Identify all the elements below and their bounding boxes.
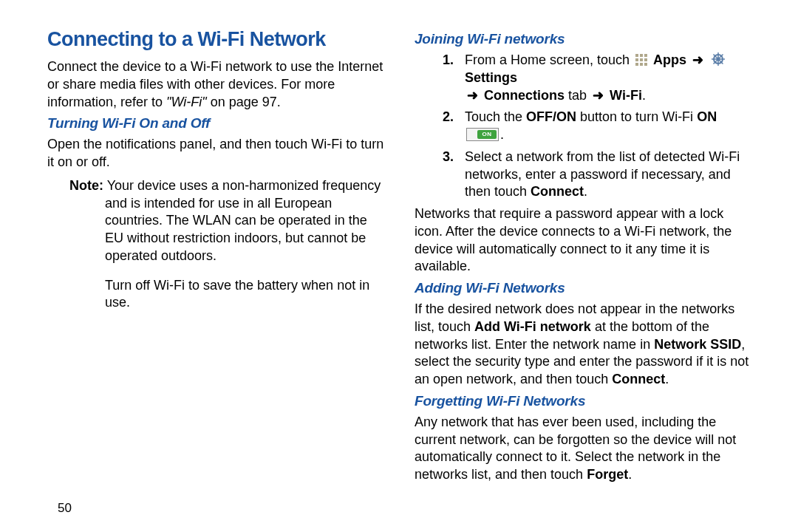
- subhead-adding: Adding Wi-Fi Networks: [415, 280, 754, 296]
- note-body: Your device uses a non-harmonized freque…: [105, 178, 381, 263]
- connect-label-2: Connect: [612, 372, 665, 386]
- svg-rect-7: [640, 63, 643, 66]
- step-2: 2. Touch the OFF/ON button to turn Wi-Fi…: [465, 109, 754, 144]
- connect-label: Connect: [531, 184, 584, 199]
- note-label: Note:: [69, 178, 103, 193]
- manual-page: Connecting to a Wi-Fi Network Connect th…: [0, 0, 798, 532]
- connections-tab-text: tab: [565, 88, 590, 103]
- intro-text-c: on page 97.: [207, 95, 281, 109]
- page-number: 50: [58, 501, 72, 516]
- intro-paragraph: Connect the device to a Wi-Fi network to…: [47, 58, 386, 111]
- turning-body: Open the notifications panel, and then t…: [47, 136, 386, 171]
- step-number: 3.: [443, 149, 463, 166]
- add-wifi-label: Add Wi-Fi network: [474, 319, 591, 334]
- forget-label: Forget: [587, 467, 628, 482]
- svg-rect-8: [644, 63, 647, 66]
- lock-icon-paragraph: Networks that require a password appear …: [415, 205, 754, 276]
- offon-label: OFF/ON: [526, 109, 576, 124]
- step-number: 2.: [443, 109, 463, 126]
- subhead-turning: Turning Wi-Fi On and Off: [47, 115, 386, 132]
- apps-label: Apps: [653, 52, 686, 67]
- intro-link-em: "Wi-Fi": [166, 95, 207, 109]
- svg-point-14: [717, 58, 720, 61]
- settings-icon: [711, 52, 726, 66]
- svg-rect-0: [635, 54, 638, 57]
- arrow-icon: ➜: [467, 88, 478, 103]
- svg-rect-2: [644, 54, 647, 57]
- step1-text-a: From a Home screen, touch: [465, 52, 633, 67]
- settings-label: Settings: [465, 70, 517, 85]
- svg-rect-6: [635, 63, 638, 66]
- adding-paragraph: If the desired network does not appear i…: [415, 301, 754, 389]
- apps-icon: [635, 53, 648, 66]
- step3-text-a: Select a network from the list of detect…: [465, 149, 740, 200]
- on-switch-icon: ON: [466, 128, 499, 141]
- subhead-joining: Joining Wi-Fi networks: [415, 31, 754, 47]
- svg-rect-5: [644, 58, 647, 61]
- page-title: Connecting to a Wi-Fi Network: [47, 28, 386, 51]
- left-column: Connecting to a Wi-Fi Network Connect th…: [47, 28, 386, 517]
- step-3: 3. Select a network from the list of det…: [465, 149, 754, 201]
- svg-rect-1: [640, 54, 643, 57]
- on-switch-text: ON: [477, 130, 497, 139]
- note-block: Note: Your device uses a non-harmonized …: [69, 177, 386, 265]
- step2-text-a: Touch the: [465, 109, 526, 124]
- connections-label: Connections: [484, 88, 565, 103]
- step2-text-b: button to turn Wi-Fi: [576, 109, 697, 124]
- forgetting-paragraph: Any network that has ever been used, inc…: [415, 414, 754, 484]
- joining-steps: 1. From a Home screen, touch Apps ➜: [465, 52, 754, 201]
- forget-text-a: Any network that has ever been used, inc…: [415, 415, 736, 482]
- svg-rect-4: [640, 58, 643, 61]
- save-battery-paragraph: Turn off Wi-Fi to save the battery when …: [105, 277, 386, 313]
- arrow-icon: ➜: [692, 52, 703, 67]
- step-1: 1. From a Home screen, touch Apps ➜: [465, 52, 754, 104]
- right-column: Joining Wi-Fi networks 1. From a Home sc…: [415, 28, 754, 517]
- arrow-icon: ➜: [593, 88, 604, 103]
- subhead-forgetting: Forgetting Wi-Fi Networks: [415, 393, 754, 409]
- note-paragraph: Note: Your device uses a non-harmonized …: [105, 177, 386, 265]
- step-number: 1.: [443, 52, 463, 69]
- network-ssid-label: Network SSID: [654, 337, 741, 352]
- wifi-label: Wi-Fi: [610, 88, 642, 103]
- svg-rect-3: [635, 58, 638, 61]
- on-label: ON: [697, 109, 717, 124]
